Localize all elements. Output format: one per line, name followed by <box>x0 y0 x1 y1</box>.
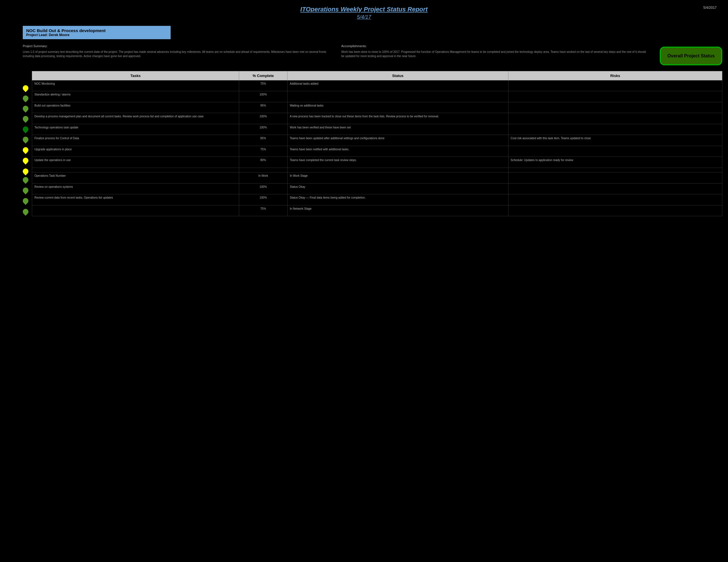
project-lead-name: Derek Moore <box>49 33 69 37</box>
status-cell: Teams have completed the current task re… <box>287 157 508 168</box>
dot-row <box>23 82 32 92</box>
summary-title: Project Summary: <box>23 44 330 49</box>
task-cell: Finalize process for Control of Data <box>32 135 239 146</box>
pct-cell: 85% <box>239 135 288 146</box>
status-dot <box>22 186 30 194</box>
status-cell: Teams have been updated after additional… <box>287 135 508 146</box>
status-cell: Status Okay — Final data items being add… <box>287 194 508 205</box>
pct-cell <box>239 168 288 173</box>
status-dot <box>22 157 30 165</box>
risks-cell <box>508 102 722 113</box>
accomplishments-text: Work has been done to close to 100% of 2… <box>341 50 648 58</box>
pct-cell: 80% <box>239 157 288 168</box>
risks-cell <box>508 194 722 205</box>
risks-cell <box>508 80 722 91</box>
project-lead: Project Lead: Derek Moore <box>26 33 167 37</box>
pct-cell: 100% <box>239 91 288 102</box>
status-dot <box>22 146 30 154</box>
task-cell: Upgrade applications in place <box>32 146 239 157</box>
status-cell: A new process has been tracked to close … <box>287 113 508 124</box>
overall-status-label: Overall Project Status <box>667 53 715 59</box>
table-row: NOC Monitoring75%Additional tasks added <box>32 80 722 91</box>
dot-row <box>23 165 32 174</box>
status-dot <box>22 115 30 123</box>
table-row <box>32 168 722 173</box>
dot-row <box>23 144 32 154</box>
risks-cell <box>508 183 722 194</box>
table-row: Technology operations task update100%Wor… <box>32 124 722 135</box>
pct-cell: 100% <box>239 194 288 205</box>
status-cell: In Work Stage <box>287 173 508 183</box>
status-cell <box>287 168 508 173</box>
project-header-box: NOC Build Out & Process development Proj… <box>23 26 171 39</box>
dot-column <box>23 71 32 216</box>
dot-row <box>23 113 32 123</box>
status-cell <box>287 91 508 102</box>
status-cell: Status Okay <box>287 183 508 194</box>
col-header-status: Status <box>287 71 508 80</box>
dot-row <box>23 133 32 144</box>
pct-cell: 100% <box>239 124 288 135</box>
status-cell: In Network Stage <box>287 205 508 216</box>
risks-cell: Schedule: Updates to application ready f… <box>508 157 722 168</box>
overall-status-box: Overall Project Status <box>660 47 722 65</box>
task-cell: Operations Task Number <box>32 173 239 183</box>
dot-row <box>23 92 32 102</box>
col-header-pct: % Complete <box>239 71 288 80</box>
col-header-risks: Risks <box>508 71 722 80</box>
table-row: Develop a process management plan and do… <box>32 113 722 124</box>
status-dot <box>22 125 30 133</box>
pct-cell: 95% <box>239 102 288 113</box>
pct-cell: In Work <box>239 173 288 183</box>
risks-cell <box>508 124 722 135</box>
accomplishments-title: Accomplishments: <box>341 44 648 49</box>
status-dot <box>22 197 30 205</box>
table-row: Standardize alerting / alarms100% <box>32 91 722 102</box>
status-dot <box>22 84 30 92</box>
dot-row <box>23 154 32 165</box>
project-lead-label: Project Lead: <box>26 33 48 37</box>
table-row: 75%In Network Stage <box>32 205 722 216</box>
status-cell: Teams have been notified with additional… <box>287 146 508 157</box>
tasks-table-wrapper: Tasks % Complete Status Risks NOC Monito… <box>23 71 722 216</box>
status-dot <box>22 105 30 113</box>
table-row: Update the operations in use80%Teams hav… <box>32 157 722 168</box>
risks-cell <box>508 205 722 216</box>
tasks-table: Tasks % Complete Status Risks NOC Monito… <box>32 71 722 216</box>
pct-cell: 100% <box>239 113 288 124</box>
page-title: ITOperations Weekly Project Status Repor… <box>6 6 722 13</box>
status-dot <box>22 94 30 102</box>
accomplishments-section: Accomplishments: Work has been done to c… <box>341 44 648 65</box>
risks-cell <box>508 91 722 102</box>
dot-row <box>23 195 32 206</box>
status-cell: Work has been verified and these have be… <box>287 124 508 135</box>
risks-cell: Cost risk associated with this task item… <box>508 135 722 146</box>
status-cell: Additional tasks added <box>287 80 508 91</box>
page-header: ITOperations Weekly Project Status Repor… <box>6 6 722 20</box>
task-cell: Review on operations systems <box>32 183 239 194</box>
status-cell: Waiting on additional tasks <box>287 102 508 113</box>
risks-cell <box>508 173 722 183</box>
summary-section: Project Summary: Lines 1-5 of project su… <box>23 44 330 65</box>
project-name: NOC Build Out & Process development <box>26 28 167 33</box>
risks-cell <box>508 113 722 124</box>
table-row: Review on operations systems100%Status O… <box>32 183 722 194</box>
status-dot <box>22 176 30 184</box>
table-row: Review current data from recent tasks. O… <box>32 194 722 205</box>
page-subtitle: 5/4/17 <box>6 14 722 20</box>
task-cell <box>32 205 239 216</box>
dot-row <box>23 123 32 134</box>
task-cell: Standardize alerting / alarms <box>32 91 239 102</box>
date-label: 5/4/2017 <box>703 6 717 10</box>
table-row: Upgrade applications in place75%Teams ha… <box>32 146 722 157</box>
pct-cell: 75% <box>239 205 288 216</box>
dot-row <box>23 174 32 184</box>
task-cell: Review current data from recent tasks. O… <box>32 194 239 205</box>
status-dot <box>22 208 30 216</box>
pct-cell: 75% <box>239 146 288 157</box>
pct-cell: 75% <box>239 80 288 91</box>
task-cell: Update the operations in use <box>32 157 239 168</box>
task-cell <box>32 168 239 173</box>
dot-row <box>23 184 32 195</box>
task-cell: NOC Monitoring <box>32 80 239 91</box>
